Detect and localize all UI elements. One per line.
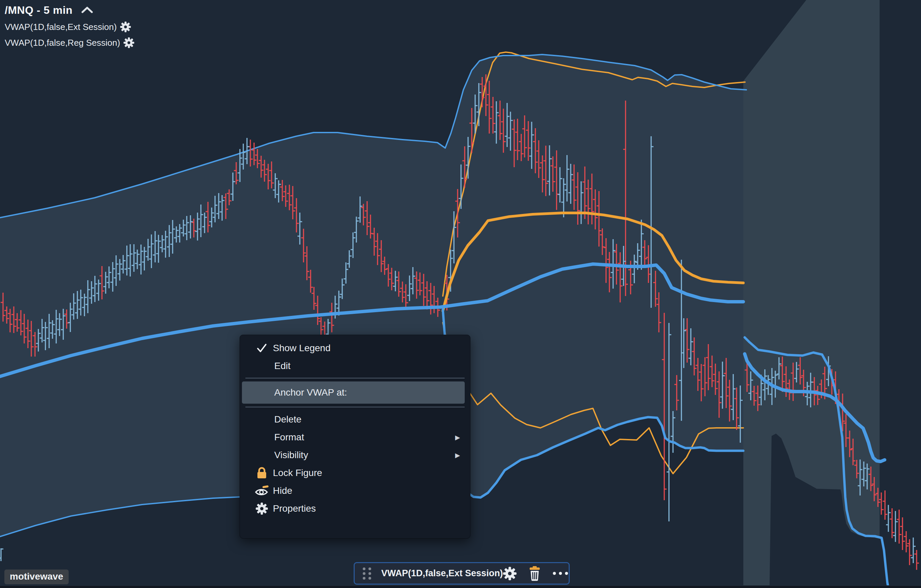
menu-item-label: Anchor VWAP at: bbox=[243, 387, 347, 398]
motivewave-chart-window: { "app": { "watermark": "motivewave" }, … bbox=[0, 0, 921, 588]
menu-item-label: Visibility bbox=[274, 450, 308, 461]
menu-item-label: Lock Figure bbox=[273, 468, 322, 478]
settings-gear-button[interactable] bbox=[503, 567, 516, 580]
menu-item-format[interactable]: Format▶ bbox=[240, 428, 470, 446]
menu-item-label: Edit bbox=[274, 361, 290, 371]
menu-item-visibility[interactable]: Visibility▶ bbox=[240, 446, 470, 464]
lock-icon bbox=[252, 466, 272, 480]
gear-icon[interactable] bbox=[124, 37, 134, 48]
menu-item-edit[interactable]: Edit bbox=[240, 357, 470, 375]
menu-item-properties[interactable]: Properties bbox=[240, 500, 470, 517]
legend-indicator-label: VWAP(1D,false,Ext Session) bbox=[5, 22, 117, 32]
menu-item-label: Properties bbox=[273, 503, 316, 514]
legend-indicator-row: VWAP(1D,false,Reg Session) bbox=[5, 36, 134, 49]
menu-item-hide[interactable]: Hide bbox=[240, 482, 470, 500]
submenu-arrow-icon: ▶ bbox=[455, 452, 460, 459]
menu-item-show-legend[interactable]: Show Legend bbox=[240, 339, 470, 357]
menu-item-label: Show Legend bbox=[273, 343, 330, 354]
more-options-button[interactable] bbox=[553, 572, 568, 575]
chevron-up-icon[interactable] bbox=[81, 7, 93, 13]
window-bottom-edge bbox=[0, 585, 921, 588]
gear-icon bbox=[252, 503, 272, 515]
toolbar-indicator-label: VWAP(1D,false,Ext Session) bbox=[381, 568, 503, 578]
gear-icon[interactable] bbox=[120, 21, 131, 32]
menu-item-label: Hide bbox=[273, 486, 293, 496]
check-icon bbox=[252, 343, 272, 354]
menu-item-delete[interactable]: Delete bbox=[240, 410, 470, 428]
submenu-arrow-icon: ▶ bbox=[455, 434, 460, 441]
menu-item-anchor-vwap-at[interactable]: Anchor VWAP at: bbox=[242, 382, 465, 404]
vwap-band-fill-right bbox=[743, 0, 880, 586]
vwap-floating-toolbar: VWAP(1D,false,Ext Session) bbox=[354, 562, 570, 585]
legend-indicator-row: VWAP(1D,false,Ext Session) bbox=[5, 21, 134, 33]
menu-item-label: Format bbox=[274, 432, 304, 443]
eye-icon bbox=[252, 484, 272, 497]
context-menu: Show LegendEditAnchor VWAP at:DeleteForm… bbox=[239, 335, 470, 539]
menu-divider bbox=[245, 407, 465, 408]
menu-divider bbox=[245, 378, 465, 378]
chart-legend: /MNQ - 5 min VWAP(1D,false,Ext Session)V… bbox=[5, 3, 134, 49]
delete-trash-button[interactable] bbox=[528, 566, 542, 581]
menu-item-lock-figure[interactable]: Lock Figure bbox=[240, 464, 470, 482]
drag-handle-icon[interactable] bbox=[363, 567, 371, 580]
legend-indicator-label: VWAP(1D,false,Reg Session) bbox=[5, 38, 120, 48]
motivewave-watermark: motivewave bbox=[4, 570, 68, 584]
menu-item-label: Delete bbox=[274, 414, 301, 425]
symbol-title: /MNQ - 5 min bbox=[5, 4, 73, 16]
